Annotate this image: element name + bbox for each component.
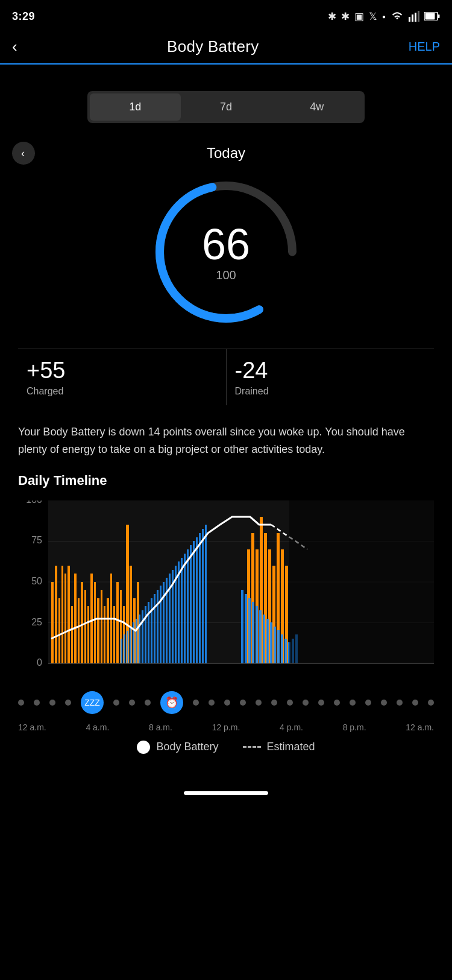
svg-rect-28 — [74, 574, 77, 663]
timeline-icons: ZZZ ⏰ — [18, 688, 434, 719]
gauge-value: 66 — [202, 223, 250, 266]
gauge-center: 66 100 — [202, 223, 250, 282]
timeline-chart: 100 75 50 25 0 — [18, 501, 434, 681]
timeline-title: Daily Timeline — [18, 473, 434, 488]
svg-rect-89 — [248, 598, 251, 663]
tab-bar: 1d 7d 4w — [0, 78, 452, 134]
timeline-dot — [397, 700, 403, 706]
x-label-12pm: 12 p.m. — [212, 722, 240, 732]
svg-rect-92 — [259, 610, 262, 663]
svg-text:100: 100 — [26, 501, 42, 505]
svg-rect-33 — [90, 574, 93, 663]
timeline-dot — [129, 700, 135, 706]
x-label-4am: 4 a.m. — [86, 722, 109, 732]
app-header: ‹ Body Battery HELP — [0, 31, 452, 65]
svg-rect-23 — [58, 598, 60, 663]
tab-1d[interactable]: 1d — [90, 93, 181, 121]
charged-stat: +55 Charged — [18, 349, 227, 405]
twitter-icon: 𝕏 — [369, 10, 377, 23]
legend-body-battery: Body Battery — [137, 741, 218, 754]
svg-rect-97 — [277, 630, 280, 663]
x-label-4pm: 4 p.m. — [280, 722, 303, 732]
svg-rect-22 — [55, 566, 57, 663]
svg-rect-21 — [51, 582, 54, 663]
timeline-dot — [209, 700, 215, 706]
timeline-dot — [303, 700, 309, 706]
slack-icon: ✱ — [328, 10, 336, 23]
svg-rect-29 — [78, 598, 80, 663]
battery-icon — [424, 12, 440, 21]
page-title: Body Battery — [167, 37, 259, 56]
sleep-icon: ZZZ — [81, 691, 104, 714]
svg-rect-84 — [199, 533, 201, 663]
svg-rect-68 — [151, 598, 152, 663]
help-button[interactable]: HELP — [409, 40, 440, 54]
svg-rect-99 — [284, 639, 287, 663]
svg-rect-58 — [121, 639, 122, 663]
svg-rect-94 — [266, 619, 269, 663]
svg-rect-24 — [61, 566, 63, 663]
svg-rect-61 — [130, 627, 131, 663]
svg-rect-66 — [145, 606, 146, 663]
status-time: 3:29 — [12, 10, 35, 23]
svg-rect-36 — [101, 590, 102, 663]
svg-rect-32 — [87, 606, 89, 663]
svg-text:0: 0 — [37, 657, 42, 668]
timeline-dot — [240, 700, 246, 706]
chart-legend: Body Battery Estimated — [0, 732, 452, 772]
prev-day-button[interactable]: ‹ — [12, 142, 35, 165]
svg-rect-3 — [418, 11, 419, 22]
timeline-dot — [34, 700, 40, 706]
timeline-dot — [113, 700, 119, 706]
svg-rect-78 — [181, 558, 183, 663]
svg-rect-34 — [94, 582, 96, 663]
svg-rect-27 — [71, 606, 73, 663]
svg-rect-72 — [163, 582, 165, 663]
svg-rect-37 — [104, 606, 105, 663]
timeline-dot — [334, 700, 340, 706]
tab-7d[interactable]: 7d — [181, 93, 272, 121]
back-button[interactable]: ‹ — [12, 37, 17, 56]
timeline-dot — [381, 700, 387, 706]
svg-rect-85 — [202, 529, 204, 663]
gauge-max: 100 — [202, 268, 250, 282]
svg-rect-31 — [84, 590, 86, 663]
svg-rect-88 — [245, 594, 247, 663]
timeline-dot — [412, 700, 418, 706]
svg-rect-25 — [64, 574, 66, 663]
chevron-left-icon: ‹ — [21, 147, 25, 160]
svg-rect-40 — [113, 606, 115, 663]
svg-rect-80 — [187, 549, 189, 663]
timeline-dot — [193, 700, 199, 706]
estimated-legend-label: Estimated — [267, 741, 315, 753]
timeline-dot — [256, 700, 262, 706]
svg-rect-82 — [193, 541, 195, 663]
time-range-tabs: 1d 7d 4w — [87, 91, 365, 123]
svg-rect-60 — [127, 631, 128, 663]
body-battery-gauge: 66 100 — [142, 168, 310, 337]
svg-rect-64 — [139, 615, 140, 663]
media-icon: ▣ — [354, 10, 364, 23]
svg-rect-86 — [205, 525, 207, 663]
drained-label: Drained — [235, 386, 435, 397]
svg-rect-91 — [256, 606, 258, 663]
estimated-legend-icon — [243, 746, 261, 748]
drained-value: -24 — [235, 358, 435, 384]
timeline-dot — [18, 700, 24, 706]
timeline-dot — [365, 700, 371, 706]
svg-rect-70 — [157, 590, 159, 663]
drained-stat: -24 Drained — [227, 349, 435, 405]
legend-estimated: Estimated — [243, 741, 315, 753]
stats-row: +55 Charged -24 Drained — [18, 349, 434, 405]
timeline-dot — [428, 700, 434, 706]
signal-icon — [409, 11, 419, 22]
svg-rect-30 — [81, 582, 83, 663]
svg-rect-96 — [274, 627, 276, 663]
tab-4w[interactable]: 4w — [271, 93, 362, 121]
bottom-bar — [0, 772, 452, 802]
alarm-icon: ⏰ — [160, 691, 183, 714]
svg-rect-98 — [281, 634, 283, 663]
svg-rect-59 — [124, 634, 125, 663]
svg-rect-83 — [196, 537, 198, 663]
charged-value: +55 — [27, 358, 226, 384]
